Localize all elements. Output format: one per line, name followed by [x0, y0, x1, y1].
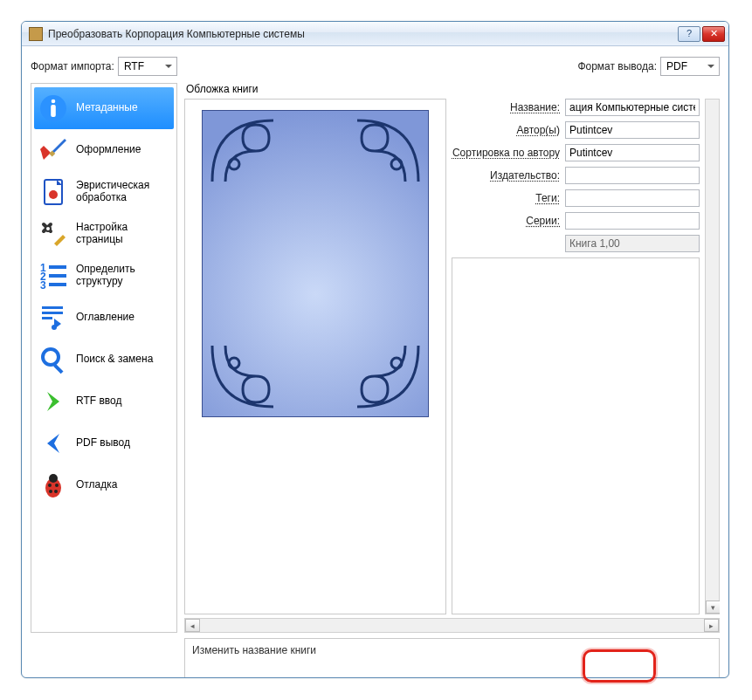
sidebar-item-page-setup[interactable]: Настройка страницы: [34, 213, 174, 255]
svg-rect-13: [42, 306, 63, 309]
info-icon: [38, 93, 69, 124]
svg-rect-10: [49, 265, 66, 269]
sidebar-item-label: Отладка: [76, 479, 117, 491]
titlebar[interactable]: Преобразовать Корпорация Компьютерные си…: [22, 22, 728, 46]
svg-point-1: [52, 100, 56, 104]
title-input[interactable]: [565, 99, 700, 116]
page-gear-icon: [38, 176, 69, 208]
cover-image[interactable]: [202, 110, 429, 417]
svg-rect-11: [49, 274, 66, 278]
import-format-value: RTF: [124, 60, 144, 72]
chevron-left-icon: [38, 428, 69, 459]
sidebar-item-search[interactable]: Поиск & замена: [34, 339, 174, 381]
output-format-combo[interactable]: PDF: [660, 57, 720, 76]
title-label: Название:: [452, 101, 565, 113]
sidebar-item-toc[interactable]: Оглавление: [34, 297, 174, 339]
publisher-input[interactable]: [565, 167, 700, 184]
svg-point-23: [49, 490, 52, 493]
sidebar-item-rtf-input[interactable]: RTF ввод: [34, 381, 174, 422]
app-icon: [29, 27, 43, 41]
tags-label: Теги:: [452, 192, 565, 204]
sidebar-item-label: Настройка страницы: [76, 222, 170, 246]
author-input[interactable]: [565, 121, 700, 139]
series-index-input[interactable]: [565, 235, 700, 252]
cover-section-label: Обложка книги: [186, 83, 720, 95]
svg-rect-14: [42, 312, 63, 314]
toc-icon: [38, 302, 69, 333]
scroll-right-icon[interactable]: ▸: [704, 619, 719, 632]
sidebar-item-label: Оформление: [76, 144, 141, 156]
tags-input[interactable]: [565, 189, 700, 207]
output-format-label: Формат вывода:: [577, 60, 657, 72]
svg-point-20: [49, 474, 58, 483]
sidebar-item-label: Метаданные: [76, 102, 138, 114]
sidebar-item-label: Поиск & замена: [76, 353, 153, 366]
dialog-window: Преобразовать Корпорация Компьютерные си…: [21, 21, 729, 678]
publisher-label: Издательство:: [452, 169, 565, 182]
brush-icon: [38, 134, 69, 166]
svg-point-6: [45, 226, 51, 231]
svg-text:3: 3: [40, 279, 46, 291]
sidebar: Метаданные Оформление Эвристическая обра…: [31, 83, 177, 633]
svg-rect-12: [49, 283, 66, 286]
sidebar-item-look[interactable]: Оформление: [34, 129, 174, 171]
sidebar-item-metadata[interactable]: Метаданные: [34, 87, 174, 129]
scroll-left-icon[interactable]: ◂: [185, 619, 200, 632]
sidebar-item-label: RTF ввод: [76, 395, 121, 408]
author-label: Автор(ы): [452, 124, 565, 136]
search-icon: [38, 344, 69, 375]
svg-point-16: [52, 325, 57, 330]
sidebar-item-label: PDF вывод: [76, 437, 130, 450]
vertical-scrollbar[interactable]: ▾: [705, 99, 720, 614]
svg-point-22: [55, 484, 59, 487]
svg-point-24: [54, 490, 58, 493]
svg-point-17: [43, 349, 59, 365]
cover-preview: [184, 99, 446, 614]
series-label: Серии:: [452, 215, 565, 227]
chevron-right-icon: [38, 386, 69, 417]
svg-rect-15: [42, 317, 52, 319]
sidebar-item-label: Определить структуру: [76, 264, 170, 288]
svg-rect-2: [51, 105, 56, 117]
import-format-combo[interactable]: RTF: [118, 57, 177, 76]
close-button[interactable]: ✕: [702, 26, 725, 42]
sidebar-item-label: Эвристическая обработка: [76, 180, 170, 204]
help-panel: Изменить название книги: [184, 638, 720, 678]
output-format-value: PDF: [666, 60, 687, 72]
sidebar-item-pdf-output[interactable]: PDF вывод: [34, 422, 174, 464]
authorsort-label: Сортировка по автору: [452, 147, 565, 159]
bug-icon: [38, 470, 69, 501]
tools-icon: [38, 218, 69, 250]
comments-area[interactable]: [452, 257, 700, 614]
list-123-icon: 123: [38, 260, 69, 292]
authorsort-input[interactable]: [565, 144, 700, 161]
help-button[interactable]: ?: [678, 26, 700, 42]
sidebar-item-heuristic[interactable]: Эвристическая обработка: [34, 171, 174, 213]
svg-point-5: [49, 190, 58, 199]
sidebar-item-label: Оглавление: [76, 312, 135, 324]
sidebar-item-debug[interactable]: Отладка: [34, 464, 174, 506]
window-title: Преобразовать Корпорация Компьютерные си…: [48, 28, 678, 40]
horizontal-scrollbar[interactable]: ◂ ▸: [184, 618, 720, 633]
svg-point-21: [48, 484, 52, 487]
scroll-down-icon[interactable]: ▾: [706, 600, 720, 614]
import-format-label: Формат импорта:: [31, 60, 114, 72]
sidebar-item-structure[interactable]: 123 Определить структуру: [34, 255, 174, 297]
series-input[interactable]: [565, 212, 700, 230]
svg-rect-18: [53, 364, 63, 374]
help-text: Изменить название книги: [192, 644, 316, 656]
